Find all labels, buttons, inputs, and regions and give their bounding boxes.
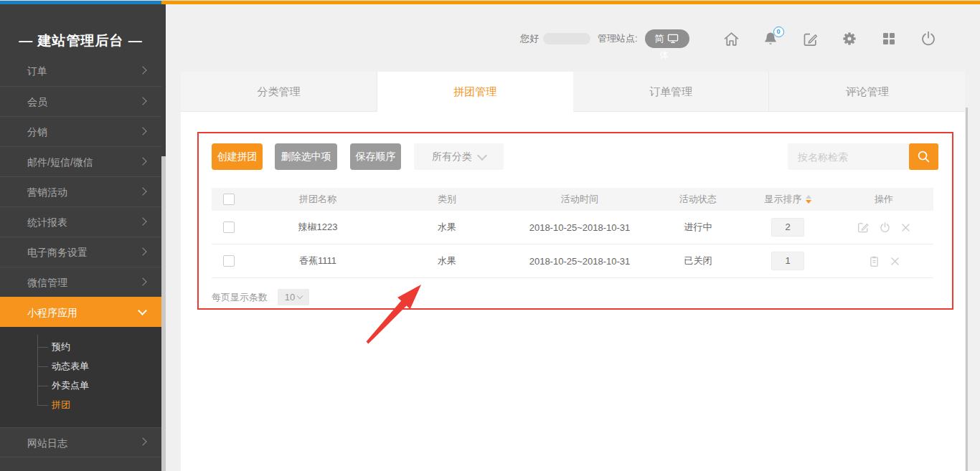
chevron-right-icon [138, 247, 146, 255]
edit-row-button[interactable] [857, 221, 870, 234]
language-selector[interactable]: 简 体 [645, 29, 689, 48]
sidebar-submenu: 预约 动态表单 外卖点单 拼团 [0, 327, 161, 427]
sidebar-subitem-label: 拼团 [52, 399, 70, 410]
cell-time: 2018-10-25~2018-10-31 [504, 222, 655, 233]
sidebar-subitem-booking[interactable]: 预约 [0, 337, 161, 356]
select-all-checkbox[interactable] [223, 194, 235, 205]
pagination: 每页显示条数 10 [212, 289, 309, 305]
sidebar-item-distribution[interactable]: 分销 [0, 116, 161, 146]
settings-button[interactable] [841, 30, 859, 48]
page-scrollbar[interactable] [966, 108, 968, 471]
language-label-line2: 体 [659, 49, 669, 62]
delete-row-button[interactable] [890, 256, 900, 267]
page-size-select[interactable]: 10 [278, 289, 309, 305]
sidebar-item-label: 会员 [27, 96, 47, 108]
table-header-row: 拼团名称 类别 活动时间 活动状态 显示排序 操作 [212, 188, 933, 211]
sidebar-item-orders[interactable]: 订单 [0, 65, 161, 86]
row-checkbox[interactable] [223, 255, 235, 267]
delete-row-button[interactable] [900, 222, 911, 233]
power-icon [879, 222, 891, 234]
sort-desc-icon [806, 200, 811, 204]
toggle-status-button[interactable] [879, 222, 891, 234]
col-header-category: 类别 [390, 193, 504, 206]
edit-site-button[interactable] [801, 30, 819, 48]
chevron-right-icon [138, 127, 146, 135]
sidebar-subitem-group-buying[interactable]: 拼团 [0, 395, 161, 414]
grid-icon [881, 31, 897, 47]
chevron-right-icon [138, 217, 146, 225]
greeting-label: 您好 [520, 32, 539, 45]
search-icon [916, 149, 931, 164]
cell-category: 水果 [390, 254, 504, 267]
gear-icon [841, 30, 858, 47]
sidebar-item-ecommerce-settings[interactable]: 电子商务设置 [0, 237, 161, 267]
chevron-right-icon [138, 66, 146, 74]
edit-icon [802, 31, 819, 47]
language-label: 简 [654, 32, 664, 45]
apps-button[interactable] [880, 30, 898, 48]
create-group-button[interactable]: 创建拼团 [212, 143, 263, 170]
home-button[interactable] [722, 30, 740, 48]
sidebar-item-wechat-management[interactable]: 微信管理 [0, 267, 161, 297]
chevron-right-icon [138, 97, 146, 105]
save-order-button[interactable]: 保存顺序 [350, 143, 401, 170]
sidebar-item-label: 订单 [27, 65, 47, 77]
copy-row-button[interactable] [868, 255, 880, 267]
sidebar-subitem-dynamic-forms[interactable]: 动态表单 [0, 356, 161, 376]
sidebar-item-label: 分销 [27, 126, 47, 138]
page-size-label: 每页显示条数 [212, 291, 268, 304]
header-bar: 您好 管理站点: 简 体 0 [520, 29, 938, 49]
tab-order-management[interactable]: 订单管理 [573, 72, 770, 112]
app-title: — 建站管理后台 — [0, 32, 161, 50]
col-header-sort: 显示排序 [765, 193, 802, 206]
topbar-orange [161, 1, 980, 4]
sidebar: — 建站管理后台 — 订单 会员 分销 邮件/短信/微信 营销活动 [0, 4, 166, 471]
site-label: 管理站点: [598, 32, 638, 45]
content-card: 分类管理 拼团管理 订单管理 评论管理 创建拼团 删除选中项 保存顺序 所有分类 [181, 72, 965, 471]
row-checkbox[interactable] [223, 222, 235, 233]
home-icon [722, 30, 740, 48]
sidebar-subitem-label: 预约 [52, 341, 70, 352]
sort-order-input[interactable]: 2 [771, 218, 804, 237]
sidebar-subitem-label: 动态表单 [52, 361, 89, 371]
search-input[interactable] [788, 143, 909, 170]
sidebar-item-site-logs[interactable]: 网站日志 [0, 427, 161, 457]
tab-category-management[interactable]: 分类管理 [181, 72, 377, 112]
chevron-down-icon [477, 150, 487, 160]
sort-asc-icon [806, 195, 811, 199]
notifications-button[interactable]: 0 [762, 30, 780, 48]
sidebar-item-label: 邮件/短信/微信 [27, 156, 93, 168]
delete-selected-button[interactable]: 删除选中项 [275, 143, 337, 170]
sort-toggle[interactable] [806, 195, 811, 204]
sidebar-item-marketing[interactable]: 营销活动 [0, 176, 161, 206]
sidebar-item-label: 营销活动 [27, 186, 67, 198]
notification-badge: 0 [773, 27, 784, 37]
sidebar-subitem-takeout-orders[interactable]: 外卖点单 [0, 376, 161, 395]
close-icon [900, 222, 911, 233]
logout-button[interactable] [920, 30, 938, 48]
group-buying-table: 拼团名称 类别 活动时间 活动状态 显示排序 操作 辣椒1223 水果 2018… [212, 188, 933, 278]
search-button[interactable] [909, 143, 938, 170]
cell-name: 辣椒1223 [246, 221, 390, 234]
sidebar-item-label: 小程序应用 [27, 307, 77, 318]
sort-order-input[interactable]: 1 [771, 252, 804, 270]
clipboard-icon [868, 255, 880, 267]
tab-comment-management[interactable]: 评论管理 [769, 72, 965, 112]
sidebar-item-miniprogram-apps[interactable]: 小程序应用 [0, 297, 161, 327]
page-size-value: 10 [285, 292, 295, 303]
search-group [788, 143, 938, 170]
cell-name: 香蕉1111 [246, 254, 390, 267]
sidebar-menu: 订单 会员 分销 邮件/短信/微信 营销活动 统计报表 [0, 65, 161, 457]
tab-group-buying-management[interactable]: 拼团管理 [377, 72, 573, 112]
cell-status: 进行中 [655, 221, 741, 234]
cell-category: 水果 [390, 221, 504, 234]
sidebar-item-label: 微信管理 [27, 277, 67, 288]
sidebar-item-statistics[interactable]: 统计报表 [0, 206, 161, 237]
tab-bar: 分类管理 拼团管理 订单管理 评论管理 [181, 72, 965, 112]
table-row: 香蕉1111 水果 2018-10-25~2018-10-31 已关闭 1 [212, 244, 933, 278]
sidebar-item-label: 统计报表 [27, 217, 67, 228]
sidebar-scrollbar[interactable] [161, 156, 166, 471]
sidebar-item-members[interactable]: 会员 [0, 86, 161, 116]
category-filter-dropdown[interactable]: 所有分类 [414, 143, 504, 170]
sidebar-item-mail-sms-wechat[interactable]: 邮件/短信/微信 [0, 146, 161, 176]
